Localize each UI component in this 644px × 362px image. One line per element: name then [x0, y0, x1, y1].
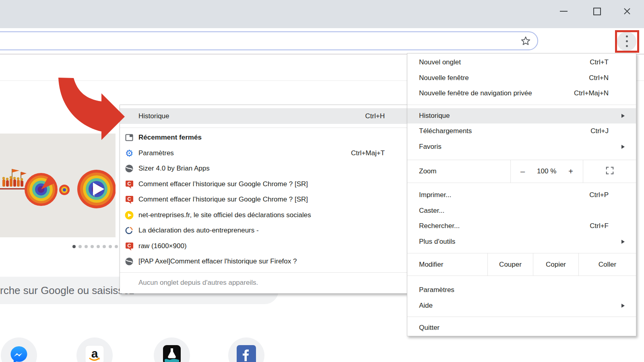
submenu-item-sizer-4-0-by-brian-apps[interactable]: Sizer 4.0 by Brian Apps: [120, 161, 407, 177]
submenu-item-label: raw (644×362): [138, 242, 187, 250]
submenu-item-comment-effacer-l-historique-sur-google-chrome-sr[interactable]: CComment effacer l’historique sur Google…: [120, 192, 407, 208]
google-doodle-image[interactable]: [0, 134, 116, 237]
edit-button-coller[interactable]: Coller: [578, 253, 636, 276]
menu-item-nouvel-onglet[interactable]: Nouvel ongletCtrl+T: [407, 55, 636, 70]
shortcut-science-app[interactable]: [154, 337, 190, 362]
svg-text:C: C: [127, 181, 131, 187]
submenu-item-shortcut: Ctrl+Maj+T: [351, 149, 407, 157]
menu-item-label: Nouvel onglet: [419, 58, 461, 66]
menu-item-imprimer[interactable]: Imprimer...Ctrl+P: [407, 187, 636, 203]
svg-text:a: a: [91, 347, 98, 360]
menu-item-label: Imprimer...: [419, 191, 451, 199]
commentcamarche-icon: C: [125, 195, 134, 204]
history-submenu: Historique Ctrl+H Récemment fermés⚙Param…: [120, 105, 407, 294]
annotation-highlight-box: [615, 30, 639, 53]
shortcut-amazon[interactable]: a: [76, 337, 113, 362]
submenu-item-parametres[interactable]: ⚙ParamètresCtrl+Maj+T: [120, 146, 407, 161]
submenu-separator: [120, 128, 407, 128]
menu-item-label: Caster...: [419, 207, 444, 215]
svg-text:C: C: [127, 196, 131, 202]
carousel-dot-8[interactable]: [115, 245, 118, 248]
edit-label: Modifier: [419, 261, 443, 269]
shortcut-messenger[interactable]: [1, 337, 37, 362]
carousel-dot-2[interactable]: [78, 245, 82, 248]
menu-item-shortcut: Ctrl+P: [589, 191, 636, 199]
globe-icon: [125, 164, 134, 173]
submenu-item-pap-axel-comment-effacer-l-historique-sur-firefox[interactable]: [PAP Axel]Comment effacer l'historique s…: [120, 254, 407, 269]
doodle-play-button: [77, 170, 116, 208]
menu-item-label: Quitter: [419, 324, 440, 332]
menu-item-label: Nouvelle fenêtre: [419, 74, 469, 82]
menu-item-label: Plus d'outils: [419, 238, 455, 246]
submenu-item-label: net-entreprises.fr, le site officiel des…: [138, 211, 311, 219]
submenu-item-recemment-fermes[interactable]: Récemment fermés: [120, 130, 407, 146]
carousel-dot-6[interactable]: [103, 245, 106, 248]
submenu-item-label: Comment effacer l’historique sur Google …: [138, 195, 308, 204]
zoom-out-button[interactable]: –: [520, 167, 525, 176]
menu-item-label: Paramètres: [419, 286, 454, 294]
menu-item-plus-d-outils[interactable]: Plus d'outils: [407, 234, 636, 250]
menu-item-label: Favoris: [419, 143, 442, 151]
close-icon: [623, 7, 631, 15]
carousel-dot-7[interactable]: [109, 245, 112, 248]
submenu-item-net-entreprises-fr-le-site-officiel-des-declarations-sociales[interactable]: net-entreprises.fr, le site officiel des…: [120, 208, 407, 223]
submenu-arrow-icon: [621, 304, 625, 308]
menu-item-telechargements[interactable]: TéléchargementsCtrl+J: [407, 123, 636, 139]
browser-menu: Nouvel ongletCtrl+TNouvelle fenêtreCtrl+…: [407, 53, 636, 336]
close-button[interactable]: [618, 3, 636, 19]
commentcamarche-icon: C: [125, 242, 134, 251]
maximize-icon: [593, 8, 601, 15]
submenu-item-raw-1600-900[interactable]: Craw (644×362): [120, 239, 407, 254]
fullscreen-button[interactable]: [605, 166, 614, 177]
play-icon: [125, 211, 134, 220]
bookmark-star-icon[interactable]: [520, 36, 531, 46]
zoom-in-button[interactable]: +: [568, 167, 573, 176]
menu-item-quitter[interactable]: Quitter: [407, 320, 636, 336]
submenu-item-label: Récemment fermés: [138, 134, 202, 142]
menu-item-shortcut: Ctrl+N: [589, 74, 636, 82]
menu-item-nouvelle-fenetre-de-navigation-privee[interactable]: Nouvelle fenêtre de navigation privéeCtr…: [407, 86, 636, 101]
address-bar[interactable]: [0, 31, 538, 50]
submenu-arrow-icon: [621, 145, 625, 149]
menu-item-historique[interactable]: Historique: [407, 108, 636, 124]
facebook-icon: [237, 345, 256, 362]
svg-text:C: C: [127, 243, 131, 249]
carousel-dot-4[interactable]: [91, 245, 94, 248]
edit-button-couper[interactable]: Couper: [487, 253, 533, 276]
minimize-button[interactable]: [555, 3, 572, 19]
maximize-button[interactable]: [588, 3, 606, 19]
menu-item-parametres[interactable]: Paramètres: [407, 282, 636, 298]
menu-item-favoris[interactable]: Favoris: [407, 139, 636, 155]
carousel-dot-3[interactable]: [85, 245, 88, 248]
menu-item-caster[interactable]: Caster...: [407, 203, 636, 219]
menu-item-nouvelle-fenetre[interactable]: Nouvelle fenêtreCtrl+N: [407, 70, 636, 86]
menu-zoom-row: Zoom–100 %+: [407, 160, 636, 183]
menu-item-shortcut: Ctrl+Maj+N: [574, 89, 636, 97]
submenu-arrow-icon: [621, 240, 625, 244]
messenger-icon: [9, 345, 29, 362]
menu-item-label: Aide: [419, 302, 433, 310]
carousel-dot-5[interactable]: [97, 245, 100, 248]
zoom-value: 100 %: [537, 167, 556, 175]
doodle-circle-mid: [25, 173, 58, 206]
submenu-item-label: Paramètres: [138, 149, 174, 157]
submenu-item-label: Comment effacer l’historique sur Google …: [138, 180, 308, 188]
amazon-icon: a: [85, 345, 104, 362]
menu-edit-row: ModifierCouperCopierColler: [407, 253, 636, 276]
submenu-item-comment-effacer-l-historique-sur-google-chrome-sr[interactable]: CComment effacer l’historique sur Google…: [120, 177, 407, 192]
menu-item-rechercher[interactable]: Rechercher...Ctrl+F: [407, 218, 636, 234]
shortcut-facebook[interactable]: [228, 337, 264, 362]
menu-item-shortcut: Ctrl+F: [590, 222, 636, 230]
science-app-icon: [163, 345, 181, 362]
submenu-header-historique[interactable]: Historique Ctrl+H: [120, 108, 407, 124]
submenu-header-shortcut: Ctrl+H: [365, 112, 407, 120]
submenu-item-la-declaration-des-auto-entrepreneurs[interactable]: La déclaration des auto-entrepreneurs -: [120, 223, 407, 239]
menu-item-label: Téléchargements: [419, 127, 472, 135]
edit-button-copier[interactable]: Copier: [533, 253, 578, 276]
menu-item-aide[interactable]: Aide: [407, 298, 636, 314]
globe-icon: [125, 257, 134, 266]
carousel-dot-1[interactable]: [72, 245, 76, 248]
browser-window: rche sur Google ou saisissez a Historiqu…: [0, 0, 644, 362]
menu-item-shortcut: Ctrl+T: [590, 58, 636, 66]
doodle-carousel-dots[interactable]: [72, 245, 118, 248]
